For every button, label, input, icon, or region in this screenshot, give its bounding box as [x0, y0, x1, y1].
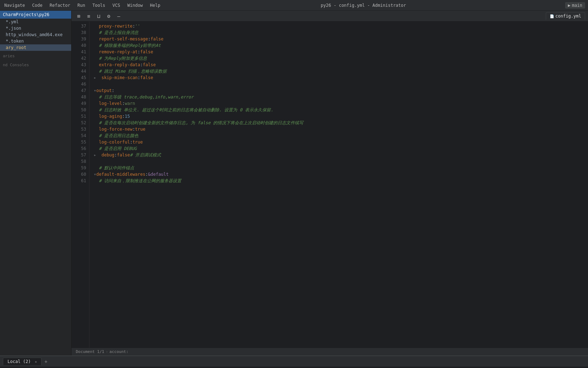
code-line-43: extra-reply-data: false — [94, 62, 584, 68]
run-config-name: main — [572, 3, 582, 8]
sidebar-item-exe[interactable]: http_windows_amd64.exe — [0, 32, 71, 38]
editor-area: ⊞ ≡ ⊔ ⚙ — 📄 config.yml 37 38 39 40 41 42… — [72, 11, 588, 355]
menu-refactor[interactable]: Refactor — [48, 2, 72, 9]
title-bar: Navigate Code Refactor Run Tools VCS Win… — [0, 0, 588, 11]
breadcrumb-location: account: — [109, 349, 128, 354]
sidebar-item-json[interactable]: *.json — [0, 25, 71, 32]
title-right: ▶ main — [565, 2, 585, 9]
line-numbers: 37 38 39 40 41 42 43 44 45 46 47 48 49 5… — [72, 21, 89, 348]
fold-icon-47[interactable]: ▾ — [94, 87, 96, 94]
terminal-tabs: Local (2) ✕ + — [0, 356, 588, 367]
code-line-44: # 跳过 Mime 扫描，忽略错误数据 — [94, 68, 584, 74]
terminal-area: Local (2) ✕ + c>=1.5 http://pypi.doubani… — [0, 355, 588, 368]
code-line-55: log-colorful: true — [94, 139, 584, 145]
code-line-50: # 日志时效 单位天. 超过这个时间之前的日志将会被自动删除. 设置为 0 表示… — [94, 107, 584, 113]
tab-icon: 📄 — [550, 14, 554, 18]
code-content[interactable]: proxy-rewrite: '' # 是否上报自身消息 report-self… — [89, 21, 588, 348]
toolbar-btn-1[interactable]: ⊞ — [74, 12, 83, 20]
code-line-41: remove-reply-at: false — [94, 49, 584, 55]
run-icon: ▶ — [568, 3, 570, 8]
code-line-39: report-self-message: false — [94, 36, 584, 42]
sidebar-item-ary-root[interactable]: ary_root — [0, 44, 71, 51]
fold-icon-57[interactable]: ▸ — [94, 152, 96, 158]
breadcrumb-bar: Document 1/1 › account: — [72, 348, 588, 355]
menu-vcs[interactable]: VCS — [111, 2, 122, 9]
menu-run[interactable]: Run — [76, 2, 87, 9]
code-line-37: proxy-rewrite: '' — [94, 23, 584, 29]
editor-toolbar: ⊞ ≡ ⊔ ⚙ — 📄 config.yml — [72, 11, 588, 21]
menu-help[interactable]: Help — [148, 2, 162, 9]
code-line-42: # 为Reply附加更多信息 — [94, 55, 584, 62]
code-line-51: log-aging: 15 — [94, 113, 584, 120]
menu-bar: Navigate Code Refactor Run Tools VCS Win… — [3, 2, 162, 9]
toolbar-btn-minimize[interactable]: — — [114, 12, 123, 20]
code-line-52: # 是否在每次启动时创建全新的文件储存日志, 为 false 的情况下将会在上次… — [94, 120, 584, 126]
sidebar-item-token[interactable]: *.token — [0, 38, 71, 44]
main-layout: CharmProjects\py26 *.yml *.json http_win… — [0, 11, 588, 355]
toolbar-btn-settings[interactable]: ⚙ — [104, 12, 113, 20]
terminal-tab-local[interactable]: Local (2) ✕ — [3, 358, 41, 365]
code-line-59: # 默认中间件锚点 — [94, 165, 584, 171]
menu-window[interactable]: Window — [126, 2, 144, 9]
code-line-61: # 访问来自，限制推送在公网的服务器设置 — [94, 178, 584, 184]
code-line-49: log-level: warn — [94, 100, 584, 107]
sidebar-project-header: CharmProjects\py26 — [0, 11, 71, 19]
sidebar: CharmProjects\py26 *.yml *.json http_win… — [0, 11, 72, 355]
tab-label: config.yml — [555, 14, 581, 19]
toolbar-btn-3[interactable]: ⊔ — [94, 12, 103, 20]
terminal-tab-close[interactable]: ✕ — [35, 360, 37, 364]
code-line-45: ▸ skip-mime-scan: false — [94, 74, 584, 81]
breadcrumb-doc: Document 1/1 — [76, 349, 104, 354]
code-line-48: # 日志等级 trace,debug,info,warn,error — [94, 94, 584, 100]
fold-icon-45[interactable]: ▸ — [94, 74, 96, 81]
window-title: py26 - config.yml - Administrator — [167, 3, 559, 8]
breadcrumb-sep: › — [106, 349, 108, 354]
code-line-53: log-force-new: true — [94, 126, 584, 132]
code-line-40: # 移除服务端的Reply前带的At — [94, 42, 584, 49]
menu-navigate[interactable]: Navigate — [3, 2, 26, 9]
code-editor: 37 38 39 40 41 42 43 44 45 46 47 48 49 5… — [72, 21, 588, 348]
code-line-60: ▾ default-middlewares: &default — [94, 171, 584, 178]
run-config[interactable]: ▶ main — [565, 2, 585, 9]
code-line-46 — [94, 81, 584, 87]
code-line-58 — [94, 158, 584, 165]
code-line-38: # 是否上报自身消息 — [94, 29, 584, 36]
sidebar-section-aries: aries — [0, 52, 71, 60]
code-line-56: # 是否启用 DEBUG — [94, 145, 584, 152]
terminal-tab-add[interactable]: + — [43, 359, 49, 364]
toolbar-btn-2[interactable]: ≡ — [84, 12, 93, 20]
terminal-tab-label: Local (2) — [8, 359, 31, 364]
sidebar-item-yml[interactable]: *.yml — [0, 19, 71, 25]
menu-code[interactable]: Code — [31, 2, 44, 9]
menu-tools[interactable]: Tools — [91, 2, 107, 9]
fold-icon-60[interactable]: ▾ — [94, 171, 96, 178]
code-line-54: # 是否启用日志颜色 — [94, 132, 584, 139]
sidebar-section-consoles: nd Consoles — [0, 61, 71, 69]
code-line-47: ▾ output: — [94, 87, 584, 94]
code-line-57: ▸ debug: false # 开启调试模式 — [94, 152, 584, 158]
tab-config-yml[interactable]: 📄 config.yml — [546, 12, 585, 20]
